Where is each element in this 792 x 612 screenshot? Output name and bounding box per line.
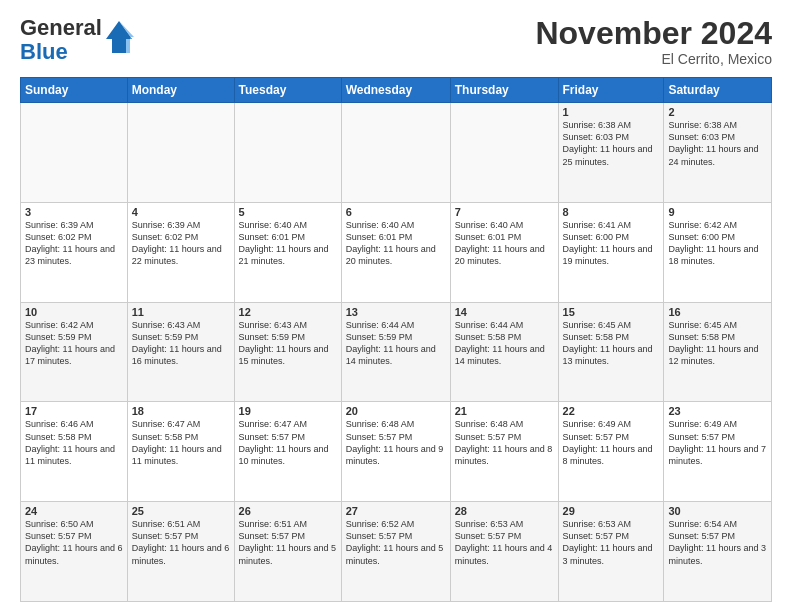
logo-icon bbox=[104, 19, 134, 55]
day-cell bbox=[234, 103, 341, 203]
week-row-3: 10Sunrise: 6:42 AM Sunset: 5:59 PM Dayli… bbox=[21, 302, 772, 402]
day-content: Sunrise: 6:43 AM Sunset: 5:59 PM Dayligh… bbox=[132, 319, 230, 368]
calendar: SundayMondayTuesdayWednesdayThursdayFrid… bbox=[20, 77, 772, 602]
header-saturday: Saturday bbox=[664, 78, 772, 103]
day-number: 4 bbox=[132, 206, 230, 218]
header-wednesday: Wednesday bbox=[341, 78, 450, 103]
day-content: Sunrise: 6:44 AM Sunset: 5:59 PM Dayligh… bbox=[346, 319, 446, 368]
day-content: Sunrise: 6:42 AM Sunset: 5:59 PM Dayligh… bbox=[25, 319, 123, 368]
day-content: Sunrise: 6:38 AM Sunset: 6:03 PM Dayligh… bbox=[563, 119, 660, 168]
day-cell: 24Sunrise: 6:50 AM Sunset: 5:57 PM Dayli… bbox=[21, 502, 128, 602]
day-content: Sunrise: 6:39 AM Sunset: 6:02 PM Dayligh… bbox=[25, 219, 123, 268]
day-cell: 9Sunrise: 6:42 AM Sunset: 6:00 PM Daylig… bbox=[664, 202, 772, 302]
day-content: Sunrise: 6:43 AM Sunset: 5:59 PM Dayligh… bbox=[239, 319, 337, 368]
day-content: Sunrise: 6:39 AM Sunset: 6:02 PM Dayligh… bbox=[132, 219, 230, 268]
day-number: 7 bbox=[455, 206, 554, 218]
day-cell: 30Sunrise: 6:54 AM Sunset: 5:57 PM Dayli… bbox=[664, 502, 772, 602]
day-content: Sunrise: 6:50 AM Sunset: 5:57 PM Dayligh… bbox=[25, 518, 123, 567]
day-number: 9 bbox=[668, 206, 767, 218]
day-cell: 28Sunrise: 6:53 AM Sunset: 5:57 PM Dayli… bbox=[450, 502, 558, 602]
day-number: 3 bbox=[25, 206, 123, 218]
day-number: 15 bbox=[563, 306, 660, 318]
day-cell: 26Sunrise: 6:51 AM Sunset: 5:57 PM Dayli… bbox=[234, 502, 341, 602]
day-cell: 12Sunrise: 6:43 AM Sunset: 5:59 PM Dayli… bbox=[234, 302, 341, 402]
day-content: Sunrise: 6:40 AM Sunset: 6:01 PM Dayligh… bbox=[455, 219, 554, 268]
day-cell: 29Sunrise: 6:53 AM Sunset: 5:57 PM Dayli… bbox=[558, 502, 664, 602]
week-row-1: 1Sunrise: 6:38 AM Sunset: 6:03 PM Daylig… bbox=[21, 103, 772, 203]
day-number: 10 bbox=[25, 306, 123, 318]
day-cell: 4Sunrise: 6:39 AM Sunset: 6:02 PM Daylig… bbox=[127, 202, 234, 302]
day-number: 17 bbox=[25, 405, 123, 417]
week-row-5: 24Sunrise: 6:50 AM Sunset: 5:57 PM Dayli… bbox=[21, 502, 772, 602]
day-number: 1 bbox=[563, 106, 660, 118]
header-tuesday: Tuesday bbox=[234, 78, 341, 103]
day-cell bbox=[21, 103, 128, 203]
location: El Cerrito, Mexico bbox=[535, 51, 772, 67]
day-cell: 25Sunrise: 6:51 AM Sunset: 5:57 PM Dayli… bbox=[127, 502, 234, 602]
day-cell: 20Sunrise: 6:48 AM Sunset: 5:57 PM Dayli… bbox=[341, 402, 450, 502]
day-number: 22 bbox=[563, 405, 660, 417]
day-cell: 14Sunrise: 6:44 AM Sunset: 5:58 PM Dayli… bbox=[450, 302, 558, 402]
day-number: 26 bbox=[239, 505, 337, 517]
day-number: 12 bbox=[239, 306, 337, 318]
day-number: 2 bbox=[668, 106, 767, 118]
day-cell: 22Sunrise: 6:49 AM Sunset: 5:57 PM Dayli… bbox=[558, 402, 664, 502]
day-content: Sunrise: 6:44 AM Sunset: 5:58 PM Dayligh… bbox=[455, 319, 554, 368]
day-number: 5 bbox=[239, 206, 337, 218]
day-cell: 16Sunrise: 6:45 AM Sunset: 5:58 PM Dayli… bbox=[664, 302, 772, 402]
day-cell: 11Sunrise: 6:43 AM Sunset: 5:59 PM Dayli… bbox=[127, 302, 234, 402]
day-number: 13 bbox=[346, 306, 446, 318]
day-number: 21 bbox=[455, 405, 554, 417]
week-row-4: 17Sunrise: 6:46 AM Sunset: 5:58 PM Dayli… bbox=[21, 402, 772, 502]
logo: General Blue bbox=[20, 16, 134, 64]
day-cell: 3Sunrise: 6:39 AM Sunset: 6:02 PM Daylig… bbox=[21, 202, 128, 302]
header: General Blue November 2024 El Cerrito, M… bbox=[20, 16, 772, 67]
day-number: 18 bbox=[132, 405, 230, 417]
logo-blue: Blue bbox=[20, 39, 68, 64]
logo-general: General bbox=[20, 15, 102, 40]
day-content: Sunrise: 6:40 AM Sunset: 6:01 PM Dayligh… bbox=[239, 219, 337, 268]
day-content: Sunrise: 6:48 AM Sunset: 5:57 PM Dayligh… bbox=[346, 418, 446, 467]
day-content: Sunrise: 6:41 AM Sunset: 6:00 PM Dayligh… bbox=[563, 219, 660, 268]
day-content: Sunrise: 6:40 AM Sunset: 6:01 PM Dayligh… bbox=[346, 219, 446, 268]
header-friday: Friday bbox=[558, 78, 664, 103]
day-cell: 19Sunrise: 6:47 AM Sunset: 5:57 PM Dayli… bbox=[234, 402, 341, 502]
day-cell: 6Sunrise: 6:40 AM Sunset: 6:01 PM Daylig… bbox=[341, 202, 450, 302]
day-cell: 8Sunrise: 6:41 AM Sunset: 6:00 PM Daylig… bbox=[558, 202, 664, 302]
day-cell: 15Sunrise: 6:45 AM Sunset: 5:58 PM Dayli… bbox=[558, 302, 664, 402]
day-cell: 21Sunrise: 6:48 AM Sunset: 5:57 PM Dayli… bbox=[450, 402, 558, 502]
day-cell: 13Sunrise: 6:44 AM Sunset: 5:59 PM Dayli… bbox=[341, 302, 450, 402]
day-number: 23 bbox=[668, 405, 767, 417]
day-cell: 5Sunrise: 6:40 AM Sunset: 6:01 PM Daylig… bbox=[234, 202, 341, 302]
day-cell: 10Sunrise: 6:42 AM Sunset: 5:59 PM Dayli… bbox=[21, 302, 128, 402]
day-content: Sunrise: 6:47 AM Sunset: 5:57 PM Dayligh… bbox=[239, 418, 337, 467]
day-content: Sunrise: 6:51 AM Sunset: 5:57 PM Dayligh… bbox=[239, 518, 337, 567]
day-content: Sunrise: 6:45 AM Sunset: 5:58 PM Dayligh… bbox=[668, 319, 767, 368]
day-number: 28 bbox=[455, 505, 554, 517]
day-content: Sunrise: 6:49 AM Sunset: 5:57 PM Dayligh… bbox=[668, 418, 767, 467]
day-content: Sunrise: 6:54 AM Sunset: 5:57 PM Dayligh… bbox=[668, 518, 767, 567]
day-content: Sunrise: 6:49 AM Sunset: 5:57 PM Dayligh… bbox=[563, 418, 660, 467]
title-block: November 2024 El Cerrito, Mexico bbox=[535, 16, 772, 67]
month-title: November 2024 bbox=[535, 16, 772, 51]
day-cell bbox=[127, 103, 234, 203]
day-cell: 18Sunrise: 6:47 AM Sunset: 5:58 PM Dayli… bbox=[127, 402, 234, 502]
day-cell bbox=[450, 103, 558, 203]
days-header-row: SundayMondayTuesdayWednesdayThursdayFrid… bbox=[21, 78, 772, 103]
header-sunday: Sunday bbox=[21, 78, 128, 103]
week-row-2: 3Sunrise: 6:39 AM Sunset: 6:02 PM Daylig… bbox=[21, 202, 772, 302]
day-number: 24 bbox=[25, 505, 123, 517]
day-number: 20 bbox=[346, 405, 446, 417]
day-content: Sunrise: 6:48 AM Sunset: 5:57 PM Dayligh… bbox=[455, 418, 554, 467]
day-content: Sunrise: 6:51 AM Sunset: 5:57 PM Dayligh… bbox=[132, 518, 230, 567]
day-number: 11 bbox=[132, 306, 230, 318]
page: General Blue November 2024 El Cerrito, M… bbox=[0, 0, 792, 612]
day-number: 29 bbox=[563, 505, 660, 517]
day-number: 25 bbox=[132, 505, 230, 517]
header-thursday: Thursday bbox=[450, 78, 558, 103]
day-number: 6 bbox=[346, 206, 446, 218]
day-number: 27 bbox=[346, 505, 446, 517]
day-content: Sunrise: 6:42 AM Sunset: 6:00 PM Dayligh… bbox=[668, 219, 767, 268]
day-number: 8 bbox=[563, 206, 660, 218]
day-content: Sunrise: 6:53 AM Sunset: 5:57 PM Dayligh… bbox=[455, 518, 554, 567]
